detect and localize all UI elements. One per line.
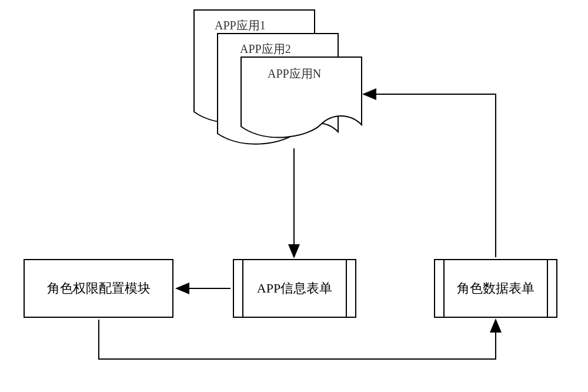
app-stack: APP应用1 APP应用2 APP应用N <box>182 7 400 145</box>
arrow-config-to-roledata <box>99 320 496 359</box>
app-stack-item-n: APP应用N <box>268 66 321 82</box>
role-permission-config-label: 角色权限配置模块 <box>47 280 151 297</box>
diagram-root: APP应用1 APP应用2 APP应用N 角色权限配置模块 APP信息表单 角色… <box>0 0 588 392</box>
role-permission-config-box: 角色权限配置模块 <box>24 259 173 318</box>
app-stack-item-1: APP应用1 <box>215 18 266 34</box>
app-info-form-box: APP信息表单 <box>233 259 356 318</box>
app-stack-item-2: APP应用2 <box>240 41 291 57</box>
role-data-form-box: 角色数据表单 <box>434 259 557 318</box>
role-data-form-label: 角色数据表单 <box>457 280 534 297</box>
app-info-form-label: APP信息表单 <box>257 280 332 297</box>
